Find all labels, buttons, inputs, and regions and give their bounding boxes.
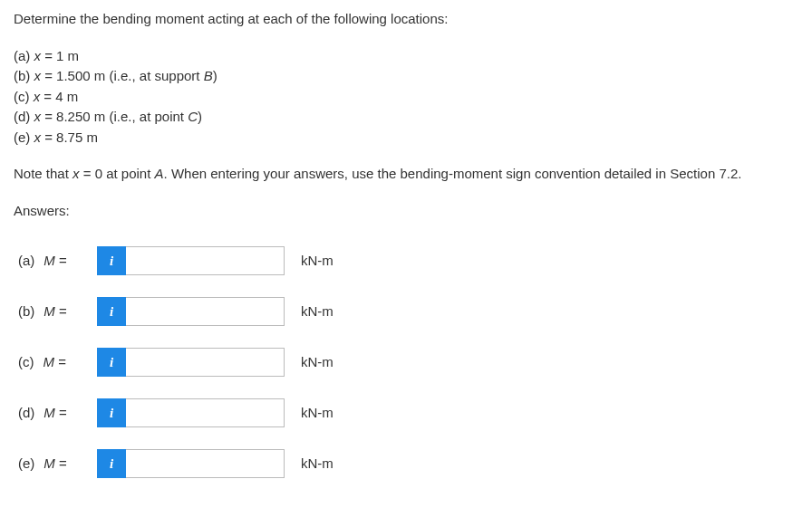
answer-label-b: (b)M = bbox=[14, 302, 97, 322]
answer-input-b[interactable] bbox=[126, 297, 285, 326]
answer-row-b: (b)M = i kN-m bbox=[14, 297, 798, 326]
info-icon[interactable]: i bbox=[97, 297, 126, 326]
answer-row-a: (a)M = i kN-m bbox=[14, 246, 798, 275]
question-intro: Determine the bending moment acting at e… bbox=[14, 9, 798, 30]
unit-label: kN-m bbox=[301, 251, 334, 272]
answers-title: Answers: bbox=[14, 201, 798, 222]
answer-label-c: (c)M = bbox=[14, 352, 97, 373]
answer-row-e: (e)M = i kN-m bbox=[14, 449, 798, 478]
unit-label: kN-m bbox=[301, 403, 334, 424]
answer-row-d: (d)M = i kN-m bbox=[14, 398, 798, 427]
answer-input-c[interactable] bbox=[126, 348, 285, 377]
info-icon[interactable]: i bbox=[97, 398, 126, 427]
unit-label: kN-m bbox=[301, 352, 334, 373]
unit-label: kN-m bbox=[301, 454, 334, 474]
info-icon[interactable]: i bbox=[97, 348, 126, 377]
answer-input-d[interactable] bbox=[126, 398, 285, 427]
answer-label-d: (d)M = bbox=[14, 403, 97, 424]
location-b: (b) x = 1.500 m (i.e., at support B) bbox=[14, 66, 798, 87]
answer-input-a[interactable] bbox=[126, 246, 285, 275]
locations-list: (a) x = 1 m (b) x = 1.500 m (i.e., at su… bbox=[14, 46, 798, 149]
answer-row-c: (c)M = i kN-m bbox=[14, 348, 798, 377]
location-d: (d) x = 8.250 m (i.e., at point C) bbox=[14, 107, 798, 128]
answer-label-e: (e)M = bbox=[14, 454, 97, 474]
location-c: (c) x = 4 m bbox=[14, 87, 798, 108]
info-icon[interactable]: i bbox=[97, 246, 126, 275]
unit-label: kN-m bbox=[301, 302, 334, 322]
info-icon[interactable]: i bbox=[97, 449, 126, 478]
location-e: (e) x = 8.75 m bbox=[14, 128, 798, 149]
answer-input-e[interactable] bbox=[126, 449, 285, 478]
answer-label-a: (a)M = bbox=[14, 251, 97, 272]
note-text: Note that x = 0 at point A. When enterin… bbox=[14, 164, 798, 185]
location-a: (a) x = 1 m bbox=[14, 46, 798, 67]
